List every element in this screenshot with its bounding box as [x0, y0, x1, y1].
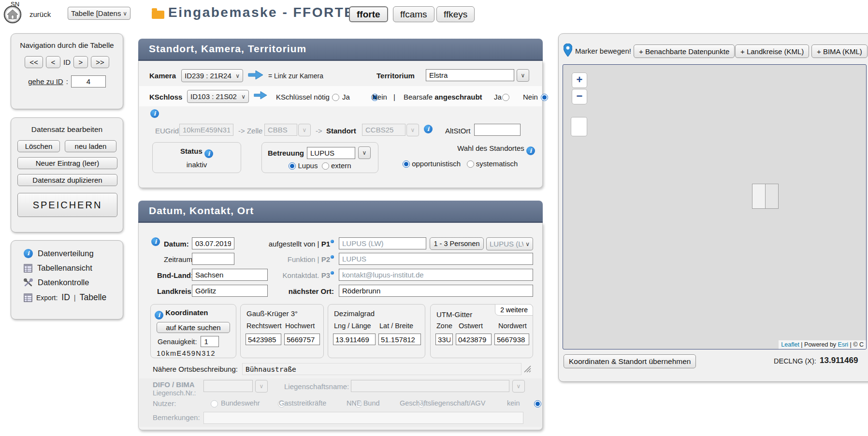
p2-info-dot-icon [331, 255, 334, 259]
delete-button[interactable]: Löschen [17, 140, 60, 152]
duplicate-button[interactable]: Datensatz duplizieren [17, 174, 117, 186]
koordinaten-box: Koordinaten auf Karte suchen Genauigkeit… [150, 304, 236, 358]
betreuung-dropdown-button[interactable]: ∨ [358, 146, 371, 159]
ort-input[interactable] [339, 285, 533, 297]
altstort-input[interactable] [474, 124, 521, 136]
nutzer-kein-radio[interactable] [534, 400, 541, 407]
reload-button[interactable]: neu laden [65, 140, 116, 152]
kschloss-select-value: ID103 : 21S02 [190, 92, 237, 101]
zeitraum-input[interactable] [192, 253, 234, 265]
territorium-dropdown-button[interactable]: ∨ [517, 69, 529, 82]
table-select[interactable]: Tabelle [Datens ∨ [68, 7, 130, 20]
marker-pin-icon [564, 44, 572, 57]
wahl-systematisch-label: systematisch [476, 160, 518, 168]
export-id-link[interactable]: ID [61, 292, 70, 303]
genauigkeit-input[interactable] [201, 336, 219, 347]
p1-input[interactable] [339, 237, 426, 249]
link-datenverteilung[interactable]: Datenverteilung [24, 249, 123, 258]
betreuung-extern-radio[interactable] [322, 162, 329, 170]
lat-input[interactable] [378, 334, 421, 345]
nav-next-button[interactable]: > [73, 56, 88, 68]
map-layers-button[interactable] [571, 117, 587, 136]
goto-id-input[interactable] [71, 75, 106, 87]
p1-select[interactable]: LUPUS (LW ∨ [486, 237, 533, 250]
save-button[interactable]: SPEICHERN [17, 193, 117, 217]
standort-info-icon[interactable] [424, 125, 433, 133]
datenpunkte-button[interactable]: + Benachbarte Datenpunkte [634, 44, 735, 58]
nordwert-input[interactable] [494, 334, 529, 345]
map-attribution: Leaflet | Powered by Esri | © C [779, 340, 866, 349]
kamera-label: Kamera [149, 72, 176, 80]
kschloss-select[interactable]: ID103 : 21S02 ∨ [187, 90, 249, 103]
territorium-input[interactable] [426, 69, 514, 81]
kschluessel-ja-radio[interactable] [332, 94, 339, 101]
home-button[interactable] [3, 5, 22, 24]
tab-fforte[interactable]: fforte [349, 6, 388, 22]
wahl-opportunistisch-radio[interactable] [403, 160, 410, 168]
ostwert-input[interactable] [456, 334, 492, 345]
betreuung-lupus-radio[interactable] [289, 162, 296, 170]
ortsbeschreibung-textarea[interactable] [242, 363, 521, 375]
wahl-systematisch-radio[interactable] [467, 160, 474, 168]
bearsafe-nein-radio[interactable] [541, 94, 548, 101]
difo-block: DIFO / BIMA Liegensch.Nr.: ∨ Liegenschaf… [139, 378, 542, 427]
hochwert-input[interactable] [284, 334, 320, 345]
bima-button[interactable]: + BIMA (KML) [811, 44, 868, 58]
p3-input[interactable] [339, 269, 533, 281]
map-zoom-in-button[interactable]: + [572, 73, 587, 88]
nutzer-kein-label: kein [507, 399, 520, 407]
export-label: Export: [36, 294, 58, 302]
map-canvas[interactable]: + − Leaflet | Powered by Esri | © C [563, 64, 867, 349]
bemerkungen-input[interactable] [203, 412, 523, 424]
kschloss-link-arrow-icon[interactable] [254, 90, 267, 100]
nav-prev-button[interactable]: < [46, 56, 60, 68]
datum-input[interactable] [192, 237, 234, 249]
datum-section: Datum, Kontakt, Ort Datum: aufgestellt v… [138, 201, 543, 430]
resize-grip-icon[interactable] [523, 365, 531, 373]
map-zoom-out-button[interactable]: − [572, 89, 587, 104]
betreuung-input[interactable] [307, 147, 355, 159]
koordinaten-info-icon[interactable] [155, 311, 163, 320]
p2-input[interactable] [339, 253, 533, 265]
new-entry-button[interactable]: Neuer Eintrag (leer) [17, 157, 117, 169]
utm-more-button[interactable]: 2 weitere [495, 304, 533, 316]
link-datenkontrolle[interactable]: Datenkontrolle [24, 278, 123, 287]
lng-input[interactable] [333, 334, 376, 345]
karte-suchen-button[interactable]: auf Karte suchen [157, 322, 230, 333]
folder-icon [152, 11, 164, 19]
personen-button[interactable]: 1 - 3 Personen [430, 237, 484, 250]
p1-select-value: LUPUS (LW [490, 240, 523, 248]
bearsafe-ja-label: Ja [494, 93, 502, 101]
tab-ffkeys[interactable]: ffkeys [436, 6, 475, 22]
standort-input [362, 124, 405, 136]
kamera-link-arrow-icon[interactable] [248, 70, 263, 80]
tab-ffcams[interactable]: ffcams [393, 6, 434, 22]
leaflet-link[interactable]: Leaflet [781, 341, 799, 348]
status-info-icon[interactable] [204, 149, 213, 158]
zone-input[interactable] [435, 334, 453, 345]
link-export[interactable]: Export: ID | Tabelle [24, 292, 123, 303]
liegensch-nr-label: Liegensch.Nr.: [153, 389, 196, 397]
nav-last-button[interactable]: >> [91, 56, 109, 68]
standort-arrow-label: -> [316, 127, 322, 135]
rechtswert-input[interactable] [246, 334, 281, 345]
nav-first-button[interactable]: << [25, 56, 43, 68]
datum-info-icon[interactable] [151, 237, 160, 246]
export-table-link[interactable]: Tabelle [80, 292, 106, 303]
p1-select-chevron-icon: ∨ [525, 241, 530, 247]
p1-label: aufgestellt von | P1 [255, 240, 334, 248]
link-tabellenansicht[interactable]: Tabellenansicht [24, 263, 123, 273]
kschloss-info-icon[interactable] [150, 109, 159, 118]
kschluessel-ja-label: Ja [342, 93, 350, 101]
wahl-info-icon[interactable] [526, 146, 535, 155]
kamera-select-value: ID239 : 21R24 [185, 72, 231, 80]
standort-section: Standort, Kamera, Territorium Kamera ID2… [138, 39, 543, 188]
kamera-select[interactable]: ID239 : 21R24 ∨ [181, 69, 243, 82]
back-link[interactable]: zurück [29, 10, 51, 18]
kschloss-separator: | [393, 93, 395, 101]
landkreise-button[interactable]: + Landkreise (KML) [735, 44, 809, 58]
goto-id-link[interactable]: gehe zu ID [28, 77, 63, 86]
esri-link[interactable]: Esri [838, 341, 849, 348]
kamera-select-chevron-icon: ∨ [235, 73, 240, 79]
apply-coordinates-button[interactable]: Koordinaten & Standort übernehmen [564, 354, 696, 368]
